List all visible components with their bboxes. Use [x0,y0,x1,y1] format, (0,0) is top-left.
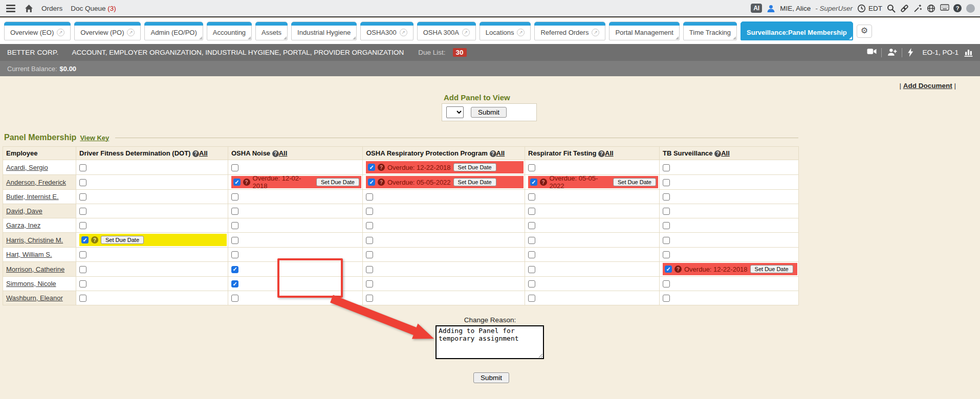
employee-link[interactable]: Butler, Internist E. [6,193,59,201]
help-icon[interactable]: ? [272,150,279,157]
home-icon[interactable] [25,4,33,13]
external-link-icon[interactable]: ↗ [400,29,407,36]
membership-checkbox[interactable] [528,251,535,258]
employee-link[interactable]: Simmons, Nicole [6,280,56,287]
set-due-date-button[interactable]: Set Due Date [101,236,144,244]
ai-badge[interactable]: AI [751,4,762,13]
employee-link[interactable]: David, Dave [6,207,42,215]
membership-checkbox[interactable] [79,193,86,201]
tab-locations[interactable]: Locations↗ [480,21,531,40]
membership-checkbox[interactable]: ✓ [368,179,375,186]
globe-phone-icon[interactable] [927,4,935,13]
membership-checkbox[interactable] [231,295,238,302]
employee-link[interactable]: Morrison, Catherine [6,265,64,273]
membership-checkbox[interactable] [231,237,238,244]
select-all-link[interactable]: All [496,149,505,157]
membership-checkbox[interactable]: ✓ [665,265,672,273]
tab-accounting[interactable]: Accounting [207,21,252,40]
membership-checkbox[interactable] [231,222,238,229]
due-list-count-badge[interactable]: 30 [453,48,467,57]
select-all-link[interactable]: All [279,149,288,157]
clock-icon[interactable] [857,4,866,13]
membership-checkbox[interactable] [366,295,373,302]
membership-checkbox[interactable] [366,222,373,229]
magic-wand-icon[interactable] [913,4,922,13]
employee-link[interactable]: Garza, Inez [6,221,40,229]
employee-link[interactable]: Acardi, Sergio [6,164,48,171]
membership-checkbox[interactable] [663,295,670,302]
membership-checkbox[interactable] [528,237,535,244]
membership-checkbox[interactable] [663,251,670,258]
tab-overview-po-[interactable]: Overview (PO)↗ [74,21,141,40]
membership-checkbox[interactable] [79,208,86,215]
video-camera-icon[interactable] [867,48,876,57]
menu-icon[interactable] [5,4,16,13]
tab-assets[interactable]: Assets [255,21,288,40]
search-icon[interactable] [887,4,896,13]
tab-industrial-hygiene[interactable]: Industrial Hygiene [291,21,357,40]
help-icon[interactable]: ? [378,179,385,186]
membership-checkbox[interactable] [366,266,373,273]
add-person-icon[interactable] [887,48,896,57]
help-icon[interactable]: ? [490,150,496,157]
add-panel-submit-button[interactable]: Submit [471,107,507,118]
help-icon[interactable]: ? [714,150,721,157]
employee-link[interactable]: Harris, Christine M. [6,236,63,244]
membership-checkbox[interactable]: ✓ [231,280,238,287]
membership-checkbox[interactable] [79,266,86,273]
external-link-icon[interactable]: ↗ [517,29,525,36]
link-icon[interactable] [900,4,909,13]
membership-checkbox[interactable] [231,251,238,258]
employee-link[interactable]: Hart, William S. [6,251,52,258]
membership-checkbox[interactable] [366,193,373,201]
membership-checkbox[interactable] [663,222,670,229]
membership-checkbox[interactable] [79,222,86,229]
user-name[interactable]: MIE, Alice [780,5,811,12]
membership-checkbox[interactable] [528,164,535,171]
membership-checkbox[interactable] [528,280,535,287]
select-all-link[interactable]: All [605,149,614,157]
membership-checkbox[interactable] [366,280,373,287]
bar-chart-icon[interactable] [964,48,973,57]
membership-checkbox[interactable] [663,237,670,244]
set-due-date-button[interactable]: Set Due Date [613,178,656,186]
membership-checkbox[interactable] [663,280,670,287]
help-icon[interactable]: ? [91,236,98,243]
membership-checkbox[interactable] [528,193,535,201]
membership-checkbox[interactable] [366,251,373,258]
lightning-icon[interactable] [908,48,917,57]
membership-checkbox[interactable] [231,164,238,171]
help-icon[interactable]: ? [378,164,385,171]
membership-checkbox[interactable] [79,251,86,258]
tab-osha-300a[interactable]: OSHA 300A↗ [417,21,476,40]
membership-checkbox[interactable] [79,295,86,302]
select-all-link[interactable]: All [199,149,208,157]
tab-surveillance-panel-membership[interactable]: Surveillance:Panel Membership [741,21,853,40]
set-due-date-button[interactable]: Set Due Date [453,178,496,186]
orders-link[interactable]: Orders [41,5,62,12]
membership-checkbox[interactable] [231,193,238,201]
employee-link[interactable]: Anderson, Frederick [6,179,66,186]
add-document-link[interactable]: Add Document [903,82,952,90]
external-link-icon[interactable]: ↗ [592,29,599,36]
set-due-date-button[interactable]: Set Due Date [453,163,496,171]
tab-portal-management[interactable]: Portal Management [609,21,679,40]
membership-checkbox[interactable] [528,222,535,229]
membership-checkbox[interactable]: ✓ [231,266,238,273]
membership-checkbox[interactable]: ✓ [81,236,89,243]
chart-settings-gear-button[interactable]: ⚙ [857,25,872,38]
membership-checkbox[interactable] [366,208,373,215]
help-icon[interactable]: ? [540,179,547,186]
membership-checkbox[interactable] [663,208,670,215]
set-due-date-button[interactable]: Set Due Date [750,265,793,273]
help-icon[interactable]: ? [598,150,605,157]
select-all-link[interactable]: All [721,149,730,157]
view-key-link[interactable]: View Key [80,134,109,142]
panel-select[interactable] [446,106,464,118]
tab-referred-orders[interactable]: Referred Orders↗ [534,21,605,40]
doc-queue-link[interactable]: Doc Queue (3) [71,5,116,12]
membership-checkbox[interactable] [528,208,535,215]
membership-checkbox[interactable]: ✓ [530,179,537,186]
tab-admin-eo-po-[interactable]: Admin (EO/PO) [144,21,203,40]
tab-overview-eo-[interactable]: Overview (EO)↗ [4,21,71,40]
